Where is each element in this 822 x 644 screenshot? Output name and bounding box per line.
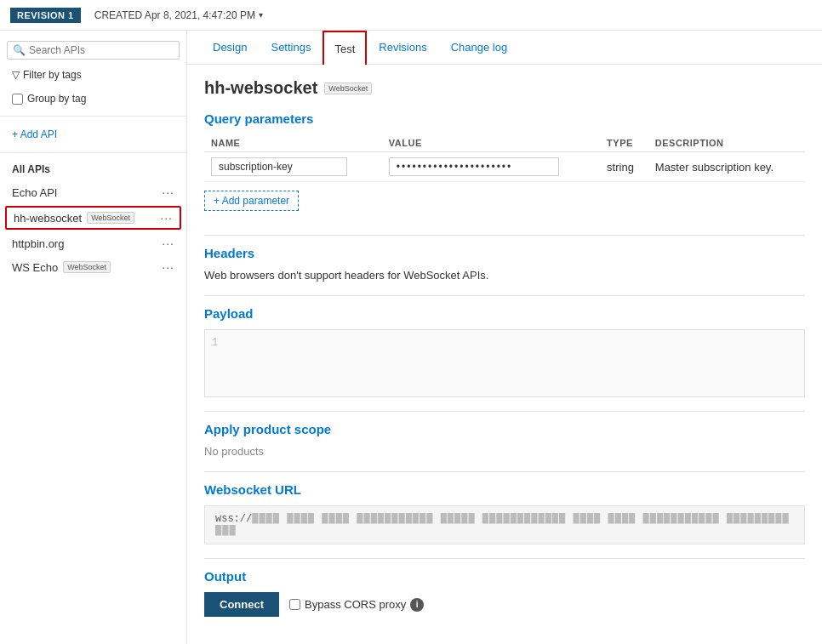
param-name-cell — [204, 152, 382, 182]
websocket-badge-ws-echo: WebSocket — [63, 261, 111, 273]
col-header-value: VALUE — [382, 134, 600, 152]
ws-url-box: wss://████ ████ ████ ███████████ █████ █… — [204, 505, 805, 544]
params-table: NAME VALUE TYPE DESCRIPTION st — [204, 134, 805, 182]
divider-1 — [204, 235, 805, 236]
param-value-cell — [382, 152, 600, 182]
filter-icon: ▽ — [12, 69, 20, 81]
sidebar-item-httpbin[interactable]: httpbin.org ··· — [0, 231, 186, 255]
product-scope-title: Apply product scope — [204, 422, 805, 436]
all-apis-label: All APIs — [0, 158, 186, 180]
filter-label: Filter by tags — [23, 69, 82, 81]
created-text: CREATED Apr 8, 2021, 4:47:20 PM — [94, 9, 255, 21]
payload-title: Payload — [204, 306, 805, 321]
query-params-title: Query parameters — [204, 111, 805, 126]
tab-test[interactable]: Test — [323, 31, 367, 65]
col-header-type: TYPE — [600, 134, 648, 152]
websocket-badge-hh: WebSocket — [87, 212, 134, 224]
api-name-echo: Echo API — [12, 186, 57, 199]
bypass-cors-label[interactable]: Bypass CORS proxy i — [289, 598, 424, 612]
divider-3 — [204, 411, 805, 412]
headers-title: Headers — [204, 246, 805, 260]
group-by-checkbox[interactable] — [12, 94, 23, 105]
headers-note: Web browsers don't support headers for W… — [204, 269, 805, 282]
output-title: Output — [204, 569, 805, 584]
connect-row: Connect Bypass CORS proxy i — [204, 592, 805, 617]
sidebar-item-hh-websocket[interactable]: hh-websocket WebSocket ··· — [5, 206, 181, 230]
api-name-httpbin: httpbin.org — [12, 237, 64, 250]
tab-settings[interactable]: Settings — [259, 31, 323, 65]
search-box[interactable]: 🔍 — [7, 41, 180, 60]
api-name-ws-echo: WS Echo — [12, 261, 58, 274]
divider-4 — [204, 471, 805, 472]
col-header-description: DESCRIPTION — [648, 134, 805, 152]
no-products-text: No products — [204, 445, 805, 458]
param-name-input[interactable] — [211, 157, 347, 176]
group-by-tag: Group by tag — [7, 90, 180, 107]
payload-editor[interactable]: 1 — [204, 329, 805, 397]
divider-2 — [204, 295, 805, 296]
revision-badge: REVISION 1 — [10, 8, 81, 23]
sidebar: 🔍 ▽ Filter by tags Group by tag + Add AP… — [0, 31, 187, 644]
created-info: CREATED Apr 8, 2021, 4:47:20 PM ▾ — [94, 9, 263, 21]
api-menu-hh-websocket[interactable]: ··· — [160, 211, 173, 225]
divider-5 — [204, 558, 805, 559]
filter-by-tags[interactable]: ▽ Filter by tags — [7, 66, 180, 83]
api-title-row: hh-websocket WebSocket — [204, 78, 805, 98]
add-parameter-button[interactable]: + Add parameter — [204, 191, 299, 211]
tab-design[interactable]: Design — [201, 31, 259, 65]
ws-url-title: Websocket URL — [204, 482, 805, 497]
api-menu-ws-echo[interactable]: ··· — [162, 260, 174, 274]
param-value-input[interactable] — [389, 157, 559, 176]
api-menu-httpbin[interactable]: ··· — [162, 237, 174, 250]
param-description-cell: Master subscription key. — [648, 152, 805, 182]
col-header-name: NAME — [204, 134, 382, 152]
sidebar-divider-1 — [0, 116, 186, 117]
param-type-cell: string — [600, 152, 648, 182]
api-name-hh-websocket: hh-websocket — [14, 212, 82, 225]
sidebar-item-ws-echo[interactable]: WS Echo WebSocket ··· — [0, 255, 186, 279]
ws-prefix: wss:// — [215, 513, 252, 525]
tab-revisions[interactable]: Revisions — [367, 31, 438, 65]
bypass-cors-checkbox[interactable] — [289, 599, 300, 610]
line-number: 1 — [212, 337, 218, 349]
output-section: Output Connect Bypass CORS proxy i — [204, 569, 805, 617]
content-area: Design Settings Test Revisions Change lo… — [187, 31, 822, 644]
sidebar-divider-2 — [0, 152, 186, 153]
add-api-button[interactable]: + Add API — [7, 125, 180, 144]
chevron-down-icon[interactable]: ▾ — [259, 10, 263, 20]
table-row: string Master subscription key. — [204, 152, 805, 182]
api-type-badge: WebSocket — [324, 83, 372, 94]
content-scroll: hh-websocket WebSocket Query parameters … — [187, 65, 822, 644]
tab-changelog[interactable]: Change log — [439, 31, 520, 65]
tabs-bar: Design Settings Test Revisions Change lo… — [187, 31, 822, 65]
info-icon: i — [410, 598, 424, 612]
connect-button[interactable]: Connect — [204, 592, 279, 617]
api-name-heading: hh-websocket — [204, 78, 317, 98]
top-bar: REVISION 1 CREATED Apr 8, 2021, 4:47:20 … — [0, 0, 822, 31]
ws-url-blurred: ████ ████ ████ ███████████ █████ ███████… — [215, 513, 790, 537]
sidebar-item-echo-api[interactable]: Echo API ··· — [0, 180, 186, 204]
search-input[interactable] — [29, 44, 174, 56]
search-icon: 🔍 — [13, 44, 26, 56]
main-layout: 🔍 ▽ Filter by tags Group by tag + Add AP… — [0, 31, 822, 644]
api-menu-echo[interactable]: ··· — [162, 185, 174, 199]
